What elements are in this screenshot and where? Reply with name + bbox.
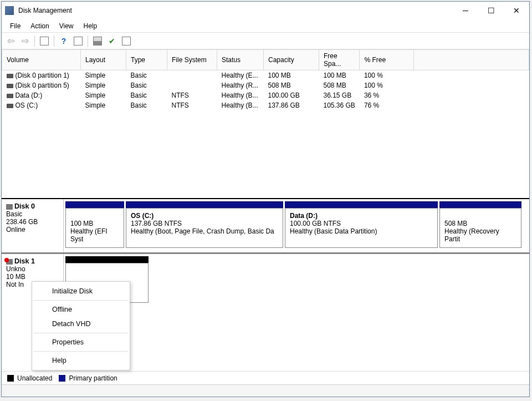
swatch-primary-icon xyxy=(59,375,65,382)
col-pct[interactable]: % Free xyxy=(360,50,414,70)
cell-volume: (Disk 0 partition 1) xyxy=(16,72,69,79)
disk-0-info: Disk 0 Basic 238.46 GB Online xyxy=(2,199,64,252)
col-capacity[interactable]: Capacity xyxy=(264,50,319,70)
cell-volume: OS (C:) xyxy=(16,101,38,109)
cell-capacity: 100.00 GB xyxy=(264,90,319,100)
cell-fs xyxy=(167,80,217,90)
cell-fs: NTFS xyxy=(167,90,217,100)
drive-icon xyxy=(7,74,13,78)
col-status[interactable]: Status xyxy=(217,50,264,70)
legend-bar: Unallocated Primary partition xyxy=(2,371,529,384)
part-size: 100.00 GB NTFS xyxy=(290,220,341,227)
cell-status: Healthy (E... xyxy=(217,70,264,81)
cell-capacity: 508 MB xyxy=(264,80,319,90)
minimize-button[interactable]: ─ xyxy=(453,2,478,19)
properties-button[interactable] xyxy=(120,34,133,48)
part-size: 137.86 GB NTFS xyxy=(131,220,182,227)
disk-type: Basic xyxy=(6,210,22,218)
volume-table-area: Volume Layout Type File System Status Ca… xyxy=(2,49,529,198)
view-button[interactable] xyxy=(38,34,51,48)
menu-properties[interactable]: Properties xyxy=(32,335,130,349)
col-fs[interactable]: File System xyxy=(167,50,217,70)
cell-pct: 76 % xyxy=(360,100,414,110)
menubar: File Action View Help xyxy=(2,19,529,33)
menu-file[interactable]: File xyxy=(5,21,25,31)
disk-row-0[interactable]: Disk 0 Basic 238.46 GB Online 100 MB Hea… xyxy=(2,199,529,252)
disk-name: Disk 1 xyxy=(14,257,35,265)
cell-type: Basic xyxy=(126,100,167,110)
cell-free: 508 MB xyxy=(319,80,360,90)
cell-type: Basic xyxy=(126,90,167,100)
check-icon: ✔ xyxy=(109,37,115,45)
cell-layout: Simple xyxy=(81,70,126,81)
statusbar xyxy=(2,384,529,397)
part-status: Healthy (Recovery Partit xyxy=(444,227,499,243)
col-type[interactable]: Type xyxy=(126,50,167,70)
part-title: Data (D:) xyxy=(290,212,318,220)
disk-size: 10 MB xyxy=(6,273,25,281)
menu-detach-vhd[interactable]: Detach VHD xyxy=(32,317,130,331)
cell-status: Healthy (B... xyxy=(217,100,264,110)
partition-data-d[interactable]: Data (D:) 100.00 GB NTFS Healthy (Basic … xyxy=(285,201,438,250)
window-title: Disk Management xyxy=(18,7,453,14)
legend-unallocated: Unallocated xyxy=(17,374,52,382)
table-row[interactable]: Data (D:) Simple Basic NTFS Healthy (B..… xyxy=(2,90,529,100)
cell-capacity: 100 MB xyxy=(264,70,319,81)
cell-fs: NTFS xyxy=(167,100,217,110)
cell-type: Basic xyxy=(126,70,167,81)
menu-initialize-disk[interactable]: Initialize Disk xyxy=(32,284,130,298)
partition-recovery[interactable]: 508 MB Healthy (Recovery Partit xyxy=(439,201,521,250)
refresh-icon xyxy=(74,37,83,45)
col-free[interactable]: Free Spa... xyxy=(319,50,360,70)
disk-state: Online xyxy=(6,226,25,234)
partition-os-c[interactable]: OS (C:) 137.86 GB NTFS Healthy (Boot, Pa… xyxy=(126,201,283,250)
check-button[interactable]: ✔ xyxy=(105,34,119,48)
col-blank[interactable] xyxy=(414,50,529,70)
partition-efi[interactable]: 100 MB Healthy (EFI Syst xyxy=(65,201,124,250)
menu-help[interactable]: Help xyxy=(32,353,130,368)
volume-table[interactable]: Volume Layout Type File System Status Ca… xyxy=(2,49,529,110)
swatch-unallocated-icon xyxy=(7,375,14,382)
table-row[interactable]: (Disk 0 partition 1) Simple Basic Health… xyxy=(2,70,529,81)
disk-name: Disk 0 xyxy=(14,202,35,210)
menu-help[interactable]: Help xyxy=(79,21,103,31)
refresh-button[interactable] xyxy=(71,34,85,48)
settings-button[interactable] xyxy=(91,34,104,48)
help-button[interactable]: ? xyxy=(57,34,70,48)
arrow-left-icon: ⇦ xyxy=(7,35,14,46)
disk-warn-icon xyxy=(6,259,13,265)
part-size: 100 MB xyxy=(70,220,93,227)
cell-pct: 36 % xyxy=(360,90,414,100)
menu-action[interactable]: Action xyxy=(25,21,54,31)
part-size: 508 MB xyxy=(444,220,467,227)
col-volume[interactable]: Volume xyxy=(2,50,81,70)
drive-icon xyxy=(7,94,13,98)
cell-volume: (Disk 0 partition 5) xyxy=(16,82,69,89)
disk-icon xyxy=(6,204,13,210)
cell-fs xyxy=(167,70,217,81)
drive-icon xyxy=(7,84,13,88)
legend-primary: Primary partition xyxy=(69,374,117,382)
cell-layout: Simple xyxy=(81,100,126,110)
cell-status: Healthy (B... xyxy=(217,90,264,100)
col-layout[interactable]: Layout xyxy=(81,50,126,70)
drive-icon xyxy=(7,104,13,108)
help-icon: ? xyxy=(62,37,66,45)
disk-state: Not In xyxy=(6,281,24,288)
menu-offline[interactable]: Offline xyxy=(32,302,130,317)
props-icon xyxy=(122,37,131,45)
cell-pct: 100 % xyxy=(360,80,414,90)
close-button[interactable]: ✕ xyxy=(504,2,529,19)
part-title: OS (C:) xyxy=(131,212,154,220)
table-row[interactable]: (Disk 0 partition 5) Simple Basic Health… xyxy=(2,80,529,90)
maximize-button[interactable]: ☐ xyxy=(478,2,504,19)
back-button[interactable]: ⇦ xyxy=(4,34,17,48)
cell-status: Healthy (R... xyxy=(217,80,264,90)
disk-size: 238.46 GB xyxy=(6,218,38,226)
menu-view[interactable]: View xyxy=(54,21,79,31)
titlebar: Disk Management ─ ☐ ✕ xyxy=(2,2,529,19)
table-row[interactable]: OS (C:) Simple Basic NTFS Healthy (B... … xyxy=(2,100,529,110)
cell-volume: Data (D:) xyxy=(16,92,43,99)
cell-type: Basic xyxy=(126,80,167,90)
forward-button[interactable]: ⇨ xyxy=(18,34,32,48)
